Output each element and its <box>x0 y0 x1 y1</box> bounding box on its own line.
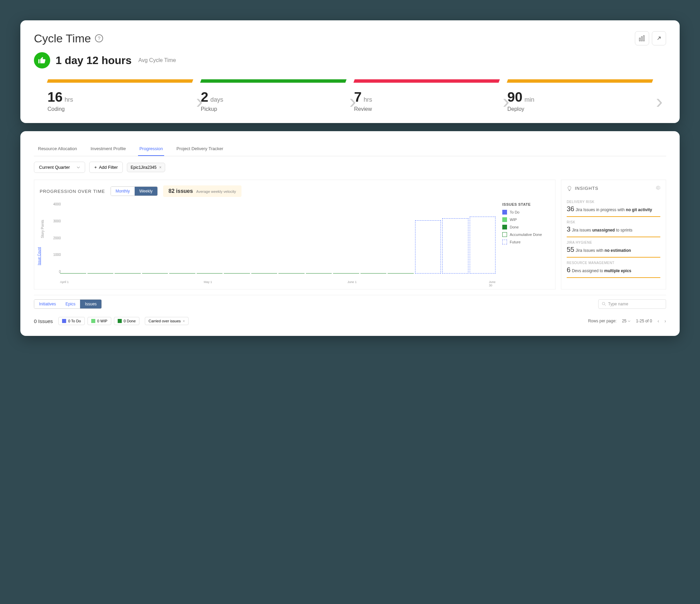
velocity-badge: 82 issues Average weekly velocity <box>163 185 241 197</box>
help-icon[interactable]: ? <box>95 34 103 42</box>
status-chip[interactable]: 0 Done <box>114 317 139 325</box>
issues-count: 0 Issues <box>34 318 53 324</box>
prev-page-icon[interactable]: ‹ <box>658 318 659 324</box>
insight-item[interactable]: DELIVERY RISK36Jira Issues in progress w… <box>567 197 660 217</box>
bar-chart-icon[interactable] <box>635 31 649 45</box>
tab-resource-allocation[interactable]: Resource Allocation <box>37 142 78 156</box>
legend-to-do[interactable]: To Do <box>502 210 550 215</box>
tab-project-delivery-tracker[interactable]: Project Delivery Tracker <box>175 142 225 156</box>
svg-point-3 <box>602 302 605 305</box>
filter-chip: Epic1Jira2345 × <box>127 163 165 172</box>
stacked-bar-chart: Story Points Issue Count 400030002000100… <box>40 202 495 284</box>
insights-panel: INSIGHTS DELIVERY RISK36Jira Issues in p… <box>561 180 666 289</box>
status-chip[interactable]: 0 To Do <box>58 317 85 325</box>
view-initiatives[interactable]: Initiatives <box>34 300 61 308</box>
view-epics[interactable]: Epics <box>61 300 80 308</box>
stage-review[interactable]: 7hrs Review › <box>354 79 499 112</box>
date-range-dropdown[interactable]: Current Quarter <box>34 162 85 173</box>
legend-future[interactable]: Future <box>502 240 550 244</box>
insight-item[interactable]: JIRA HYGIENE55Jira Issues with no estima… <box>567 237 660 258</box>
remove-chip-icon[interactable]: × <box>159 165 161 170</box>
legend-done[interactable]: Done <box>502 225 550 229</box>
tab-progression[interactable]: Progression <box>138 142 164 156</box>
remove-carried-icon[interactable]: × <box>183 319 185 323</box>
stage-deploy[interactable]: 90min Deploy › <box>507 79 653 112</box>
expand-icon[interactable] <box>652 31 666 45</box>
toggle-weekly[interactable]: Weekly <box>135 187 157 196</box>
toggle-monthly[interactable]: Monthly <box>111 187 135 196</box>
insight-item[interactable]: RESOURCE MANAGEMENT6Devs assigned to mul… <box>567 258 660 278</box>
next-page-icon[interactable]: › <box>664 318 666 324</box>
legend-wip[interactable]: WIP <box>502 217 550 222</box>
chart-title: PROGRESSION OVER TIME <box>40 189 105 194</box>
stage-pickup[interactable]: 2days Pickup › <box>201 79 346 112</box>
insight-item[interactable]: RISK3Jira issues unassigned to sprints <box>567 217 660 237</box>
search-input[interactable]: Type name <box>598 299 666 309</box>
legend-accumulative-done[interactable]: Accumulative Done <box>502 232 550 237</box>
svg-rect-0 <box>639 38 640 41</box>
chart-legend: ISSUES STATE To DoWIPDoneAccumulative Do… <box>502 202 550 284</box>
status-chip[interactable]: 0 WIP <box>88 317 111 325</box>
progression-card: Resource AllocationInvestment ProfilePro… <box>20 131 680 336</box>
chart-panel: PROGRESSION OVER TIME MonthlyWeekly 82 i… <box>34 180 556 289</box>
lightbulb-icon <box>567 186 572 191</box>
stage-coding[interactable]: 16hrs Coding › <box>47 79 193 112</box>
tab-investment-profile[interactable]: Investment Profile <box>89 142 127 156</box>
add-filter-button[interactable]: +Add Filter <box>89 162 123 173</box>
svg-rect-1 <box>641 37 642 41</box>
thumbs-up-icon <box>34 52 50 68</box>
cycle-title: Cycle Time <box>34 32 91 45</box>
avg-cycle-value: 1 day 12 hours <box>56 54 132 67</box>
svg-rect-2 <box>643 36 644 41</box>
search-icon <box>602 302 606 306</box>
view-issues[interactable]: Issues <box>80 300 101 308</box>
carried-over-chip: Carried over issues × <box>145 317 189 325</box>
avg-cycle-label: Avg Cycle Time <box>138 57 176 63</box>
cycle-time-card: Cycle Time ? 1 day 12 hours Avg Cycle Ti… <box>20 20 680 123</box>
gear-icon[interactable] <box>656 185 660 191</box>
rows-per-page-select[interactable]: 25 <box>622 319 630 323</box>
